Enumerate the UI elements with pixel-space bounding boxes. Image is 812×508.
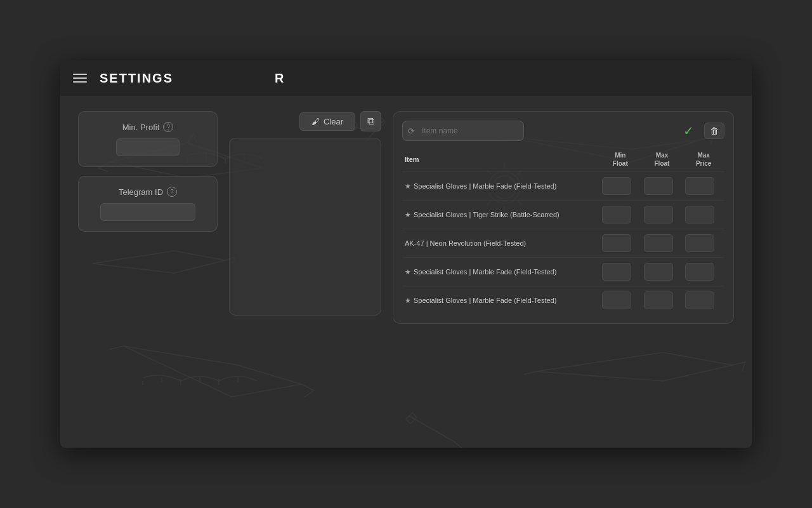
paint-icon: 🖌	[311, 117, 320, 126]
table-row: ★Specialist Gloves | Marble Fade (Field-…	[402, 172, 724, 201]
item-search-row: ✓ 🗑	[402, 121, 724, 141]
star-icon: ★	[405, 182, 411, 190]
table-row: ★Specialist Gloves | Marble Fade (Field-…	[402, 258, 724, 286]
layers-button[interactable]: ⧉	[360, 111, 381, 131]
table-row: AK-47 | Neon Revolution (Field-Tested)	[402, 229, 724, 258]
item-min-float-cell	[599, 172, 641, 201]
header-logo: R	[275, 71, 284, 86]
star-icon: ★	[405, 211, 411, 218]
max-float-input[interactable]	[644, 291, 673, 309]
item-name-cell: ★Specialist Gloves | Marble Fade (Field-…	[402, 258, 599, 286]
max-price-input[interactable]	[685, 206, 714, 224]
item-min-float-cell	[599, 258, 641, 286]
middle-textarea[interactable]	[229, 138, 381, 316]
layers-icon: ⧉	[367, 116, 374, 126]
col-max-price-header: MaxPrice	[683, 147, 724, 172]
max-price-input[interactable]	[685, 234, 714, 252]
min-float-input[interactable]	[602, 234, 631, 252]
max-float-input[interactable]	[644, 177, 673, 195]
item-max-price-cell	[683, 286, 724, 315]
item-max-price-cell	[683, 172, 724, 201]
items-table: Item MinFloat MaxFloat MaxPrice	[402, 147, 724, 314]
item-max-price-cell	[683, 229, 724, 258]
toolbar-row: 🖌 Clear ⧉	[229, 111, 381, 131]
min-float-input[interactable]	[602, 206, 631, 224]
min-float-input[interactable]	[602, 263, 631, 281]
col-max-float-header: MaxFloat	[641, 147, 683, 172]
star-icon: ★	[405, 297, 411, 304]
max-price-input[interactable]	[685, 177, 714, 195]
item-max-price-cell	[683, 201, 724, 229]
col-item-header: Item	[402, 147, 599, 172]
item-search-input[interactable]	[402, 121, 524, 141]
checkmark-icon: ✓	[683, 124, 694, 138]
items-scroll-area[interactable]: Item MinFloat MaxFloat MaxPrice	[402, 147, 724, 314]
min-float-input[interactable]	[602, 177, 631, 195]
app-window: SETTINGS R Min. Profit ? Telegram ID ?	[60, 60, 752, 448]
svg-line-5	[110, 346, 124, 349]
min-profit-help-icon[interactable]: ?	[163, 122, 173, 132]
middle-panel: 🖌 Clear ⧉	[229, 111, 381, 324]
item-max-float-cell	[641, 258, 683, 286]
svg-line-6	[523, 371, 536, 375]
svg-line-17	[409, 416, 454, 441]
telegram-id-input[interactable]	[100, 203, 195, 221]
item-name-cell: ★Specialist Gloves | Marble Fade (Field-…	[402, 286, 599, 315]
header: SETTINGS R	[60, 60, 752, 96]
hamburger-menu[interactable]	[73, 74, 87, 83]
item-min-float-cell	[599, 229, 641, 258]
svg-line-18	[454, 441, 463, 448]
confirm-button[interactable]: ✓	[679, 121, 698, 141]
max-float-input[interactable]	[644, 206, 673, 224]
table-row: ★Specialist Gloves | Tiger Strike (Battl…	[402, 201, 724, 229]
item-max-float-cell	[641, 172, 683, 201]
delete-button[interactable]: 🗑	[704, 123, 724, 139]
left-panel: Min. Profit ? Telegram ID ?	[78, 111, 218, 324]
min-profit-label: Min. Profit ?	[122, 122, 174, 132]
col-min-float-header: MinFloat	[599, 147, 641, 172]
min-float-input[interactable]	[602, 291, 631, 309]
max-price-input[interactable]	[685, 263, 714, 281]
page-title: SETTINGS	[100, 71, 173, 86]
telegram-help-icon[interactable]: ?	[167, 187, 177, 197]
main-content: Min. Profit ? Telegram ID ? 🖌 Clear	[60, 96, 752, 339]
clear-button[interactable]: 🖌 Clear	[299, 112, 355, 131]
search-wrap	[402, 121, 673, 141]
star-icon: ★	[405, 268, 411, 276]
item-min-float-cell	[599, 286, 641, 315]
item-max-float-cell	[641, 201, 683, 229]
max-price-input[interactable]	[685, 291, 714, 309]
item-max-float-cell	[641, 286, 683, 315]
item-name-cell: ★Specialist Gloves | Marble Fade (Field-…	[402, 172, 599, 201]
telegram-id-label: Telegram ID ?	[119, 187, 177, 197]
max-float-input[interactable]	[644, 234, 673, 252]
table-row: ★Specialist Gloves | Marble Fade (Field-…	[402, 286, 724, 315]
item-min-float-cell	[599, 201, 641, 229]
max-float-input[interactable]	[644, 263, 673, 281]
telegram-id-card: Telegram ID ?	[78, 176, 218, 232]
min-profit-card: Min. Profit ?	[78, 111, 218, 167]
item-name-cell: AK-47 | Neon Revolution (Field-Tested)	[402, 229, 599, 258]
item-max-float-cell	[641, 229, 683, 258]
right-panel: ✓ 🗑 Item MinFloat	[393, 111, 734, 324]
min-profit-input[interactable]	[116, 138, 180, 156]
item-max-price-cell	[683, 258, 724, 286]
item-name-cell: ★Specialist Gloves | Tiger Strike (Battl…	[402, 201, 599, 229]
trash-icon: 🗑	[710, 126, 719, 136]
